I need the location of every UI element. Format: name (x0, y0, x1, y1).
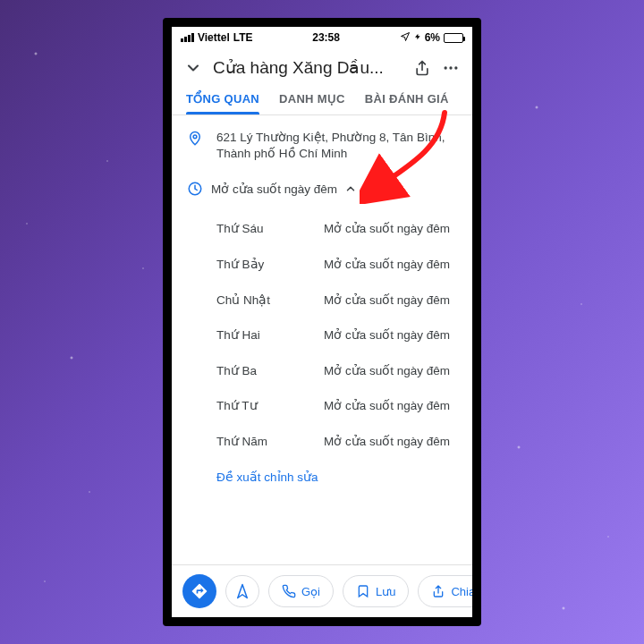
day-label: Chủ Nhật (216, 292, 324, 309)
bottom-actions: Gọi Lưu Chia sẻ (172, 564, 472, 617)
hours-toggle[interactable]: Mở cửa suốt ngày đêm (186, 167, 458, 202)
charging-icon (414, 31, 421, 45)
day-label: Thứ Năm (216, 434, 324, 450)
hours-row: Thứ HaiMở cửa suốt ngày đêm (216, 318, 458, 353)
content: 621 Lý Thường Kiệt, Phường 8, Tân Bình, … (172, 115, 472, 564)
svg-point-1 (449, 66, 452, 69)
suggest-edit-link[interactable]: Đề xuất chỉnh sửa (186, 459, 458, 487)
hours-row: Thứ BaMở cửa suốt ngày đêm (216, 353, 458, 389)
hours-value: Mở cửa suốt ngày đêm (324, 292, 458, 309)
share-out-icon (431, 584, 445, 598)
start-navigation-button[interactable] (225, 575, 259, 607)
share-button[interactable]: Chia sẻ (418, 575, 472, 607)
directions-button[interactable] (182, 574, 216, 608)
hours-row: Thứ SáuMở cửa suốt ngày đêm (216, 211, 458, 247)
location-arrow-icon (400, 31, 411, 45)
carrier-label: Viettel (198, 31, 230, 44)
signal-icon (181, 33, 194, 42)
hours-value: Mở cửa suốt ngày đêm (324, 221, 458, 237)
tab-overview[interactable]: TỔNG QUAN (186, 85, 259, 114)
day-label: Thứ Ba (216, 363, 324, 379)
svg-point-3 (193, 135, 197, 139)
app-header: Cửa hàng Xăng Dầu... (172, 48, 472, 85)
collapse-icon[interactable] (184, 59, 202, 77)
share-label: Chia sẻ (451, 585, 472, 598)
address-row[interactable]: 621 Lý Thường Kiệt, Phường 8, Tân Bình, … (186, 124, 458, 167)
tab-reviews[interactable]: BÀI ĐÁNH GIÁ (365, 85, 449, 114)
day-label: Thứ Tư (216, 398, 324, 414)
call-label: Gọi (301, 585, 320, 598)
bookmark-icon (356, 584, 370, 598)
tab-menu[interactable]: DANH MỤC (279, 85, 345, 114)
battery-pct: 6% (425, 31, 440, 44)
hours-value: Mở cửa suốt ngày đêm (324, 398, 458, 414)
hours-value: Mở cửa suốt ngày đêm (324, 363, 458, 379)
hours-row: Thứ TưMở cửa suốt ngày đêm (216, 388, 458, 424)
hours-list: Thứ SáuMở cửa suốt ngày đêm Thứ BảyMở cử… (186, 202, 458, 459)
hours-summary: Mở cửa suốt ngày đêm (211, 182, 337, 196)
share-icon[interactable] (413, 59, 431, 77)
save-label: Lưu (376, 585, 395, 598)
hours-row: Thứ BảyMở cửa suốt ngày đêm (216, 247, 458, 283)
clock-icon (186, 180, 204, 197)
chevron-up-icon (344, 182, 357, 195)
more-icon[interactable] (442, 59, 460, 77)
day-label: Thứ Sáu (216, 221, 324, 237)
tabs: TỔNG QUAN DANH MỤC BÀI ĐÁNH GIÁ (172, 85, 472, 115)
svg-point-2 (454, 66, 457, 69)
battery-icon (444, 33, 463, 43)
save-button[interactable]: Lưu (343, 575, 409, 607)
address-text: 621 Lý Thường Kiệt, Phường 8, Tân Bình, … (216, 130, 458, 162)
svg-point-0 (445, 66, 447, 69)
hours-row: Thứ NămMở cửa suốt ngày đêm (216, 424, 458, 460)
hours-row: Chủ NhậtMở cửa suốt ngày đêm (216, 283, 458, 318)
clock: 23:58 (312, 31, 340, 44)
location-pin-icon (186, 130, 204, 162)
status-bar: Viettel LTE 23:58 6% (172, 27, 472, 48)
day-label: Thứ Hai (216, 327, 324, 343)
page-title: Cửa hàng Xăng Dầu... (213, 57, 402, 78)
call-button[interactable]: Gọi (268, 575, 334, 607)
phone-frame: Viettel LTE 23:58 6% Cửa hàng Xăng Dầu..… (163, 18, 481, 626)
hours-value: Mở cửa suốt ngày đêm (324, 434, 458, 450)
network-label: LTE (233, 31, 253, 44)
hours-value: Mở cửa suốt ngày đêm (324, 327, 458, 343)
hours-value: Mở cửa suốt ngày đêm (324, 257, 458, 273)
day-label: Thứ Bảy (216, 257, 324, 273)
phone-icon (282, 584, 296, 598)
